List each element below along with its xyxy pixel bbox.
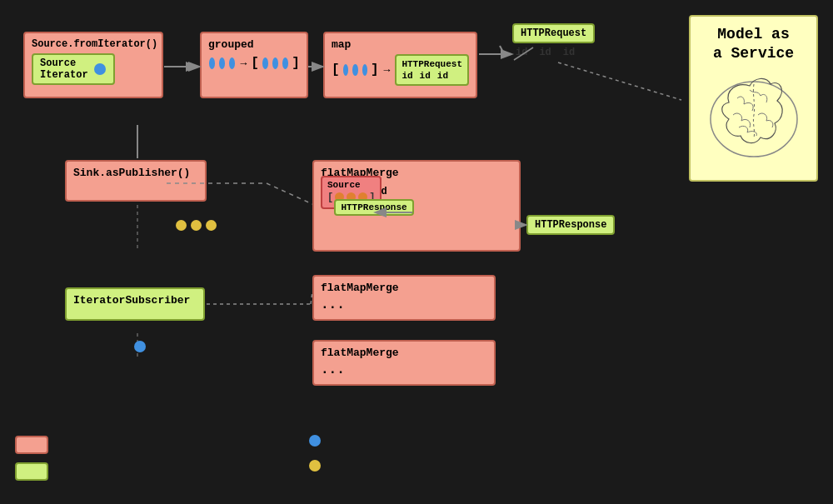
legend-dots — [308, 434, 328, 472]
map-content: [ ] → HTTPRequest id id id — [332, 54, 469, 86]
source-from-iterator-box: Source.fromIterator() SourceIterator — [23, 32, 163, 98]
id-top-2: id — [539, 47, 551, 58]
http-response-inner: HTTPResponse — [334, 199, 413, 216]
dot-g4 — [262, 57, 268, 69]
svg-line-3 — [500, 46, 505, 55]
http-response-inner-label: HTTPResponse — [341, 202, 407, 212]
id-label-1: id — [402, 71, 412, 81]
source-label: SourceIterator — [40, 57, 88, 81]
sink-publisher-label: Sink.asPublisher() — [73, 167, 198, 179]
dot-g1 — [209, 57, 215, 69]
id-top-row: id id id — [512, 47, 595, 58]
dot-m2 — [352, 64, 357, 76]
legend-salmon-box — [15, 436, 48, 454]
svg-point-9 — [711, 82, 797, 157]
source-inner-label: Source — [327, 180, 375, 190]
id-label-3: id — [437, 71, 448, 81]
grouped-box: grouped → [ ] — [200, 32, 308, 98]
source-iterator-inner: SourceIterator — [32, 53, 115, 85]
model-title: Model asa Service — [713, 25, 794, 64]
id-top-1: id — [516, 47, 527, 58]
flatmap-merge-3-label: flatMapMerge — [321, 347, 487, 359]
http-request-top-area: HTTPRequest id id id — [512, 23, 595, 58]
yellow-dot-3 — [206, 220, 217, 231]
flatmap-merge-3-dots: ... — [321, 362, 487, 377]
http-request-inner: HTTPRequest id id id — [395, 54, 469, 86]
grouped-dots-row: → [ ] — [208, 56, 300, 71]
dot-m3 — [362, 64, 367, 76]
id-top-3: id — [563, 47, 575, 58]
brain-svg — [704, 69, 804, 161]
legend-yellow-dot — [309, 460, 321, 472]
flatmap-merge-2-label: flatMapMerge — [321, 282, 487, 294]
blue-dot-single — [134, 341, 146, 352]
svg-line-19 — [267, 183, 312, 204]
flatmap-merge-1-box: flatMapMerge Source [ ] ← id id id — [312, 160, 521, 252]
http-request-top-box: HTTPRequest — [512, 23, 595, 43]
svg-line-15 — [558, 62, 681, 100]
yellow-dot-1 — [176, 220, 187, 231]
flatmap-merge-2-box: flatMapMerge ... — [312, 275, 496, 321]
iterator-subscriber-label: IteratorSubscriber — [73, 294, 197, 307]
dot-g2 — [219, 57, 225, 69]
sink-publisher-box: Sink.asPublisher() — [65, 160, 207, 202]
id-label-2: id — [420, 71, 431, 81]
legend-green-box — [15, 462, 48, 481]
flatmap-merge-2-dots: ... — [321, 297, 487, 312]
http-request-inner-label: HTTPRequest — [402, 59, 462, 69]
iterator-subscriber-box: IteratorSubscriber — [65, 287, 205, 321]
dot-g3 — [229, 57, 235, 69]
grouped-label: grouped — [208, 38, 300, 51]
map-box: map [ ] → HTTPRequest id id id — [323, 32, 477, 98]
dot-g5 — [272, 57, 278, 69]
yellow-dot-2 — [191, 220, 202, 231]
model-as-service-box: Model asa Service — [689, 15, 818, 182]
legend — [15, 436, 55, 481]
dot-m1 — [343, 64, 348, 76]
http-request-top-label: HTTPRequest — [521, 27, 586, 39]
http-response-outer: HTTPResponse — [526, 215, 615, 235]
legend-blue-dot — [309, 435, 321, 447]
dot-below-iterator — [133, 340, 147, 353]
flatmap-merge-3-box: flatMapMerge ... — [312, 340, 496, 386]
dots-below-sink — [175, 219, 217, 232]
map-label: map — [332, 38, 469, 51]
http-response-outer-label: HTTPResponse — [535, 219, 606, 231]
blue-dot-1 — [94, 63, 106, 75]
source-from-iterator-label: Source.fromIterator() — [32, 38, 155, 50]
dot-g6 — [282, 57, 288, 69]
diagram: Source.fromIterator() SourceIterator gro… — [0, 0, 833, 504]
